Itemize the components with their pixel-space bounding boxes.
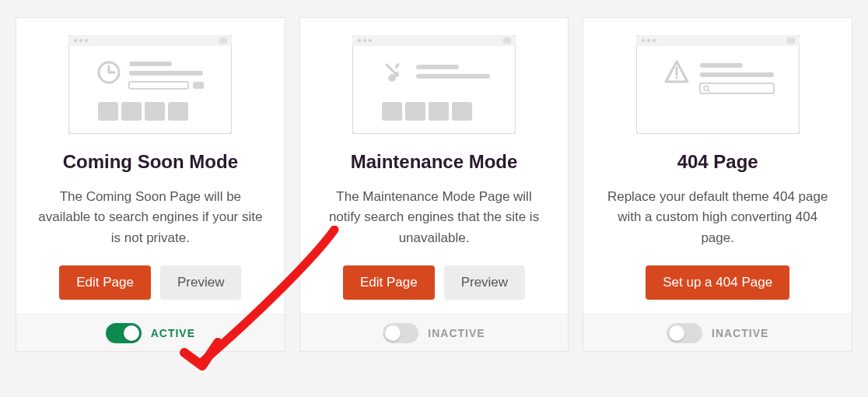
status-label: INACTIVE (712, 327, 768, 339)
svg-rect-11 (129, 82, 188, 89)
button-row: Edit Page Preview (343, 265, 525, 300)
svg-point-32 (647, 39, 650, 42)
card-description: Replace your default theme 404 page with… (605, 187, 830, 248)
coming-soon-card: Coming Soon Mode The Coming Soon Page wi… (16, 17, 285, 352)
svg-rect-16 (168, 102, 188, 121)
card-title: Maintenance Mode (351, 151, 518, 173)
card-body: Maintenance Mode The Maintenance Mode Pa… (300, 18, 569, 314)
edit-page-button[interactable]: Edit Page (59, 265, 151, 300)
active-toggle[interactable] (667, 323, 702, 343)
button-row: Set up a 404 Page (646, 265, 789, 300)
card-status-bar: INACTIVE (583, 314, 852, 351)
svg-rect-25 (382, 102, 402, 121)
active-toggle[interactable] (106, 323, 142, 343)
404-page-card: 404 Page Replace your default theme 404 … (583, 17, 852, 352)
card-description: The Coming Soon Page will be available t… (38, 187, 263, 248)
svg-rect-37 (700, 63, 743, 68)
svg-rect-27 (429, 102, 449, 121)
card-status-bar: INACTIVE (300, 314, 569, 351)
svg-rect-22 (503, 37, 511, 44)
card-title: Coming Soon Mode (63, 151, 238, 173)
svg-rect-14 (121, 102, 142, 121)
active-toggle[interactable] (383, 323, 418, 343)
card-body: 404 Page Replace your default theme 404 … (583, 18, 852, 314)
card-status-bar: ACTIVE (16, 314, 285, 351)
tools-icon (387, 63, 399, 82)
svg-rect-15 (145, 102, 165, 121)
mode-cards-row: Coming Soon Mode The Coming Soon Page wi… (0, 0, 868, 352)
svg-rect-1 (68, 35, 232, 46)
svg-point-36 (675, 76, 677, 79)
svg-point-2 (74, 39, 77, 42)
svg-rect-39 (700, 83, 774, 93)
button-row: Edit Page Preview (59, 265, 241, 300)
svg-rect-34 (787, 37, 795, 44)
svg-rect-12 (193, 82, 204, 89)
svg-point-21 (369, 39, 372, 42)
preview-button[interactable]: Preview (444, 265, 525, 300)
svg-point-31 (642, 39, 645, 42)
edit-page-button[interactable]: Edit Page (343, 265, 435, 300)
svg-rect-5 (219, 37, 227, 44)
card-title: 404 Page (677, 151, 758, 173)
status-label: ACTIVE (151, 327, 195, 339)
status-label: INACTIVE (428, 327, 485, 339)
svg-rect-24 (416, 74, 490, 79)
svg-rect-26 (405, 102, 425, 121)
clock-icon (99, 62, 119, 83)
svg-rect-9 (129, 61, 172, 66)
svg-point-33 (653, 39, 656, 42)
svg-point-3 (79, 39, 82, 42)
coming-soon-thumbnail (68, 35, 232, 134)
svg-rect-10 (129, 71, 203, 76)
maintenance-card: Maintenance Mode The Maintenance Mode Pa… (299, 17, 569, 352)
svg-point-4 (85, 39, 88, 42)
preview-button[interactable]: Preview (160, 265, 241, 300)
svg-rect-13 (98, 102, 118, 121)
svg-point-20 (363, 39, 366, 42)
svg-rect-23 (416, 65, 459, 69)
404-thumbnail (636, 35, 800, 134)
maintenance-thumbnail (352, 35, 516, 134)
svg-rect-28 (452, 102, 472, 121)
svg-rect-38 (700, 72, 774, 77)
svg-point-19 (358, 39, 361, 42)
setup-404-button[interactable]: Set up a 404 Page (646, 265, 789, 300)
card-description: The Maintenance Mode Page will notify se… (322, 187, 547, 248)
svg-rect-18 (352, 35, 516, 46)
svg-rect-30 (636, 35, 800, 46)
card-body: Coming Soon Mode The Coming Soon Page wi… (16, 18, 285, 314)
warning-icon (666, 61, 688, 82)
